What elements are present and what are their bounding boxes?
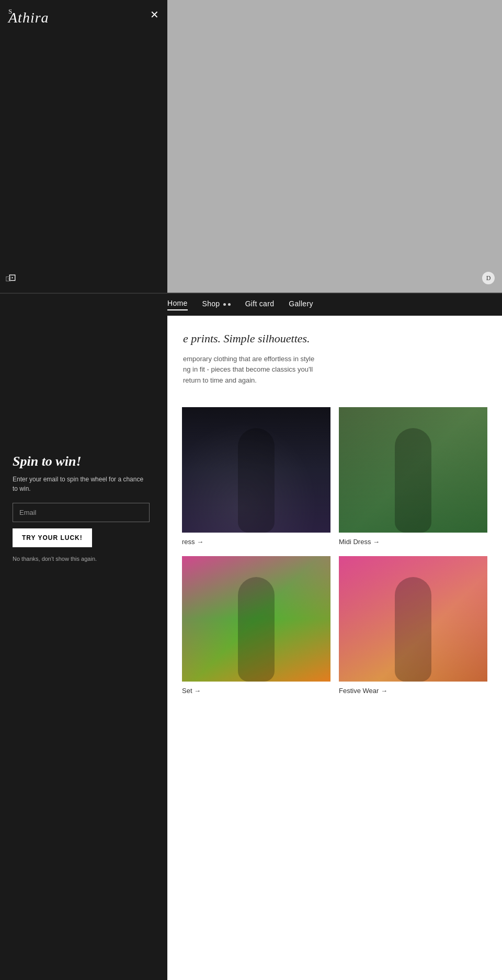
product-link-midi-dress[interactable]: Midi Dress → [339,538,380,546]
main-content-area: Spin to win! Enter your email to spin th… [0,316,502,979]
brand-logo[interactable]: S Athira [8,9,49,26]
product-label-festive-wear[interactable]: Festive Wear → [339,687,487,695]
figure-silhouette-1 [238,428,275,533]
product-card-festive-wear: Festive Wear → [335,556,492,695]
hero-sidebar: S Athira ✕ ⊡ ⊡ [0,0,167,293]
product-link-set[interactable]: Set → [182,687,201,695]
spin-title: Spin to win! [13,454,150,469]
product-image-midi-dress [339,407,487,533]
product-label-maxi-dress[interactable]: ress → [182,538,330,546]
spin-popup: Spin to win! Enter your email to spin th… [0,441,162,574]
hero-description: emporary clothing that are effortless in… [183,354,486,386]
nav-item-gallery[interactable]: Gallery [289,299,313,310]
close-button[interactable]: ✕ [150,8,159,21]
spin-try-luck-button[interactable]: TRY YOUR LUCK! [13,528,92,547]
product-image-festive-wear [339,556,487,682]
product-link-maxi-dress[interactable]: ress → [182,538,203,546]
right-indicator: D [482,272,495,284]
left-panel: Spin to win! Enter your email to spin th… [0,316,167,979]
product-link-festive-wear[interactable]: Festive Wear → [339,687,387,695]
product-image-set [182,556,330,682]
product-card-set: Set → [178,556,335,695]
product-card-maxi-dress: ress → [178,407,335,546]
navigation-bar: Home Shop Gift card Gallery [0,293,502,316]
right-content: e prints. Simple silhouettes. emporary c… [167,316,502,979]
nav-item-shop[interactable]: Shop [202,299,231,310]
nav-item-home[interactable]: Home [167,299,188,310]
hero-text-section: e prints. Simple silhouettes. emporary c… [167,316,502,397]
product-card-midi-dress: Midi Dress → [335,407,492,546]
spin-description: Enter your email to spin the wheel for a… [13,475,150,493]
brand-letter-s: S [8,7,13,16]
product-label-midi-dress[interactable]: Midi Dress → [339,538,487,546]
product-label-set[interactable]: Set → [182,687,330,695]
figure-silhouette-2 [395,428,431,533]
figure-silhouette-4 [395,577,431,682]
spin-email-input[interactable] [13,503,150,522]
nav-shop-dots [223,303,231,306]
hero-section: S Athira ✕ ⊡ ⊡ D [0,0,502,293]
spin-dismiss[interactable]: No thanks, don't show this again. [13,556,150,562]
hero-tagline: e prints. Simple silhouettes. [183,331,486,347]
brand-name: Athira [8,9,49,26]
product-image-maxi-dress [182,407,330,533]
product-grid: ress → Midi Dress → Set → [167,397,502,705]
figure-silhouette-3 [238,577,275,682]
hero-image [167,0,502,293]
nav-item-giftcard[interactable]: Gift card [245,299,275,310]
left-indicator: ⊡ [5,274,12,283]
